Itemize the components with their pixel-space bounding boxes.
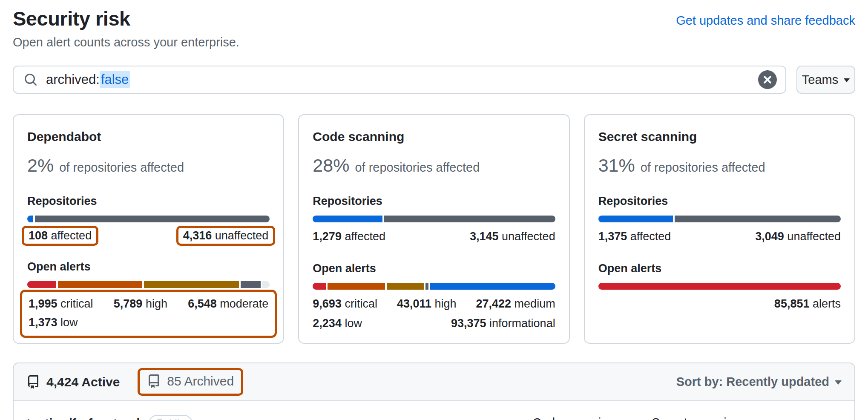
legend-row: 1,279 affected3,145 unaffected xyxy=(313,230,555,243)
page-subtitle: Open alert counts across your enterprise… xyxy=(13,35,239,49)
page-title: Security risk xyxy=(13,7,239,30)
percent-row: 2%of repositories affected xyxy=(27,155,270,176)
repository-list: 4,424 Active 85 Archived Sort by: Recent… xyxy=(13,362,855,420)
legend-item: 9,693 critical xyxy=(313,297,377,311)
column-label: Secret scanning xyxy=(652,416,842,420)
security-cards: Dependabot2%of repositories affectedRepo… xyxy=(13,114,855,344)
bar-segment-critical xyxy=(313,283,326,290)
legend-value: 85,851 xyxy=(774,297,810,310)
legend-value: 4,316 xyxy=(183,229,212,242)
legend-value: 3,145 xyxy=(470,230,499,243)
legend-item: 6,548 moderate xyxy=(188,297,268,311)
bar-segment-critical xyxy=(598,283,841,290)
legend-value: 1,373 xyxy=(29,316,57,329)
section-label: Repositories xyxy=(27,195,270,208)
legend-item: 2,234 low xyxy=(313,317,362,330)
percent-suffix: of repositories affected xyxy=(355,161,480,175)
repository-rows: testing/fp-frontendPublicUpdated 8 minut… xyxy=(14,401,854,420)
progress-bar xyxy=(313,216,555,222)
repo-icon xyxy=(26,375,40,389)
legend-item: 85,851 alerts xyxy=(774,297,841,311)
repo-name-line: testing/fp-frontendPublic xyxy=(26,415,532,420)
repo-row-main: testing/fp-frontendPublicUpdated 8 minut… xyxy=(26,415,532,420)
percent-suffix: of repositories affected xyxy=(59,161,184,175)
bar-segment-unaffected xyxy=(35,216,270,222)
card-title: Code scanning xyxy=(313,129,555,144)
column-label: Code scanning xyxy=(532,416,652,420)
legend-value: 1,995 xyxy=(29,297,57,310)
legend-value: 27,422 xyxy=(476,297,512,310)
legend-value: 3,049 xyxy=(755,230,784,243)
repo-alert-columns: Code scanning17Secret scanning5k+ xyxy=(532,415,842,420)
legend-value: 108 xyxy=(29,229,48,242)
alerts-callout-box: 1,995 critical5,789 high6,548 moderate1,… xyxy=(20,290,277,338)
clear-search-button[interactable] xyxy=(758,70,777,89)
bar-segment-low xyxy=(241,281,261,288)
legend-value: 6,548 xyxy=(188,297,217,310)
bar-segment-high xyxy=(58,281,142,288)
legend-row: 1,373 low xyxy=(29,316,268,329)
legend-row: 108 affected4,316 unaffected xyxy=(27,230,270,242)
legend-value: 5,789 xyxy=(114,297,143,310)
page-header: Security risk Open alert counts across y… xyxy=(13,0,855,49)
legend-value: 9,693 xyxy=(313,297,342,310)
legend-item: 43,011 high xyxy=(397,297,457,311)
legend-item: 1,373 low xyxy=(29,316,78,329)
card-title: Secret scanning xyxy=(598,129,841,144)
teams-dropdown-button[interactable]: Teams xyxy=(796,66,855,94)
legend-item: 27,422 medium xyxy=(476,297,555,311)
legend-item: 4,316 unaffected xyxy=(176,226,276,246)
bar-segment-informational xyxy=(430,283,555,290)
caret-down-icon xyxy=(835,380,842,388)
bar-segment-affected xyxy=(27,216,33,222)
percent-value: 2% xyxy=(27,155,54,176)
legend-row: 2,234 low93,375 informational xyxy=(313,317,555,330)
legend-value: 2,234 xyxy=(313,317,342,330)
legend-value: 1,279 xyxy=(313,230,342,243)
repo-column-code-scanning: Code scanning17 xyxy=(532,416,652,420)
card-title: Dependabot xyxy=(27,129,270,144)
bar-segment-medium xyxy=(387,283,423,290)
sort-dropdown-button[interactable]: Sort by: Recently updated xyxy=(676,375,842,389)
search-icon xyxy=(24,73,37,86)
bar-segment-high xyxy=(328,283,385,290)
repo-column-secret-scanning: Secret scanning5k+ xyxy=(652,416,842,420)
legend-item: 108 affected xyxy=(22,226,98,246)
legend-item: 93,375 informational xyxy=(451,317,555,330)
security-card-code-scanning: Code scanning28%of repositories affected… xyxy=(298,114,569,344)
percent-row: 28%of repositories affected xyxy=(313,155,555,176)
visibility-badge: Public xyxy=(149,415,193,420)
search-input[interactable]: archived:false xyxy=(13,66,786,94)
legend-item: 5,789 high xyxy=(114,297,167,311)
progress-bar xyxy=(27,281,270,288)
search-query: archived:false xyxy=(46,72,130,87)
legend-item: 1,995 critical xyxy=(29,297,93,311)
archived-count-label: 85 Archived xyxy=(167,374,234,388)
search-query-value: false xyxy=(100,71,130,88)
legend-value: 93,375 xyxy=(451,317,486,330)
filter-archived-repos[interactable]: 85 Archived xyxy=(147,374,234,388)
section-label: Open alerts xyxy=(27,260,270,273)
legend-item: 3,049 unaffected xyxy=(755,230,841,243)
repo-name-link[interactable]: testing/fp-frontend xyxy=(26,416,140,420)
legend-row: 85,851 alerts xyxy=(598,297,841,311)
percent-row: 31%of repositories affected xyxy=(598,155,841,176)
active-count-label: 4,424 Active xyxy=(46,375,120,389)
legend-item: 3,145 unaffected xyxy=(470,230,555,243)
page-header-text: Security risk Open alert counts across y… xyxy=(13,7,239,49)
feedback-link[interactable]: Get updates and share feedback xyxy=(676,14,855,28)
progress-bar xyxy=(313,283,555,290)
percent-value: 28% xyxy=(313,155,349,176)
section-label: Repositories xyxy=(598,195,841,208)
bar-segment-affected xyxy=(313,216,382,222)
filter-active-repos[interactable]: 4,424 Active xyxy=(26,375,120,389)
security-card-dependabot: Dependabot2%of repositories affectedRepo… xyxy=(13,114,284,344)
legend-value: 1,375 xyxy=(598,230,627,243)
bar-segment-low xyxy=(425,283,428,290)
legend-row: 1,995 critical5,789 high6,548 moderate xyxy=(29,297,268,311)
progress-bar xyxy=(598,216,841,222)
bar-segment-unaffected xyxy=(675,216,841,222)
sort-label: Sort by: Recently updated xyxy=(676,375,829,389)
progress-bar xyxy=(27,216,270,222)
section-label: Repositories xyxy=(313,195,555,208)
